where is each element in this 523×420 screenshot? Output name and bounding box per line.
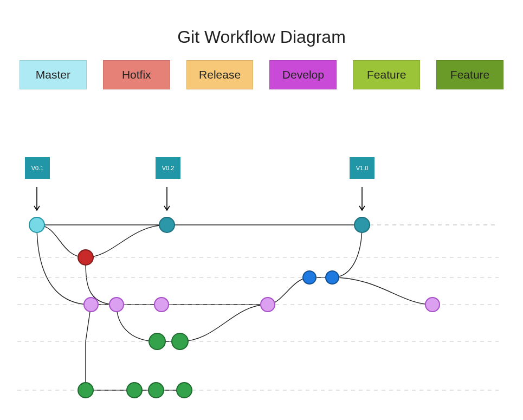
commit-node [127,383,142,398]
page-title: Git Workflow Diagram [0,27,523,47]
edge [86,305,91,390]
commit-node [84,298,98,312]
edge [86,225,167,257]
commit-node [109,298,124,312]
workflow-canvas [0,130,523,412]
edge [180,305,268,341]
branch-label-release-2: Release [186,60,254,89]
branch-label-develop-3: Develop [269,60,337,89]
branch-legend: MasterHotfixReleaseDevelopFeatureFeature [0,60,523,89]
edge [332,277,432,305]
commit-node [177,383,192,398]
commit-node [159,217,175,232]
edge [332,225,362,277]
commit-node [172,333,188,350]
commit-node [326,271,339,284]
commit-node [149,333,165,350]
branch-label-feature-4: Feature [353,60,420,89]
commit-node [29,217,44,232]
commit-node [148,383,164,398]
commit-node [354,217,370,232]
branch-label-master-0: Master [20,60,87,89]
commit-node [78,383,93,398]
branch-label-hotfix-1: Hotfix [103,60,170,89]
commit-node [303,271,316,284]
commit-node [78,250,93,265]
branch-label-feature-5: Feature [436,60,503,89]
commit-node [154,298,169,312]
edge [37,225,86,257]
commit-node [425,298,440,312]
commit-node [261,298,275,312]
